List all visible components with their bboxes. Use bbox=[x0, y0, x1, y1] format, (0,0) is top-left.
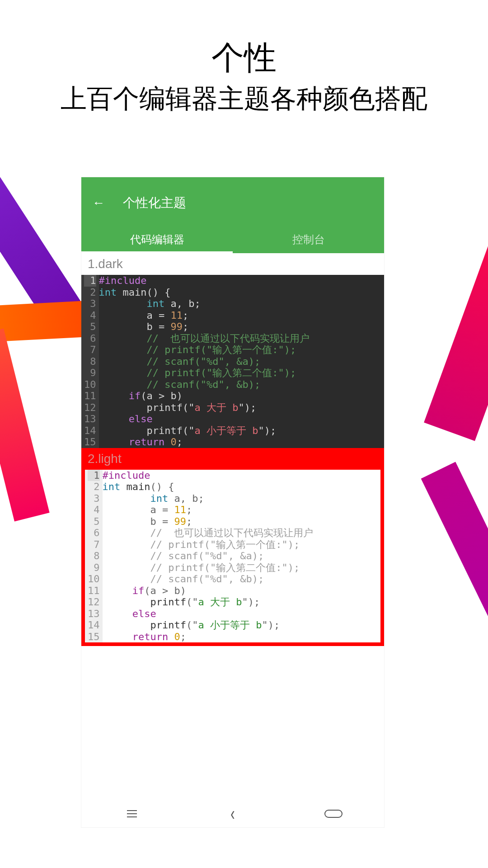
hero-subtitle: 上百个编辑器主题各种颜色搭配 bbox=[0, 81, 488, 117]
back-arrow-icon[interactable]: ← bbox=[92, 196, 105, 210]
gutter-dark: 123456789101112131415 bbox=[81, 275, 99, 448]
tab-code-editor[interactable]: 代码编辑器 bbox=[81, 228, 233, 253]
android-navbar: ‹ bbox=[81, 800, 384, 827]
phone-screenshot: ← 个性化主题 代码编辑器 控制台 1.dark 123456789101112… bbox=[81, 177, 384, 827]
nav-menu-button[interactable] bbox=[123, 805, 141, 823]
decoration-bar-magenta bbox=[421, 462, 488, 642]
theme-light-selected-frame: 123456789101112131415 #include int main(… bbox=[81, 470, 384, 646]
menu-icon bbox=[127, 810, 137, 817]
code-editor-dark[interactable]: 123456789101112131415 #include int main(… bbox=[81, 275, 384, 448]
tabs: 代码编辑器 控制台 bbox=[81, 228, 384, 253]
app-header: ← 个性化主题 bbox=[81, 177, 384, 228]
nav-back-button[interactable]: ‹ bbox=[224, 805, 242, 823]
hero-title: 个性 bbox=[0, 36, 488, 80]
gutter-light: 123456789101112131415 bbox=[85, 470, 103, 643]
theme-label-dark[interactable]: 1.dark bbox=[81, 253, 384, 275]
home-pill-icon bbox=[324, 810, 343, 818]
tab-console[interactable]: 控制台 bbox=[233, 228, 384, 253]
header-title: 个性化主题 bbox=[123, 194, 186, 212]
code-editor-light[interactable]: 123456789101112131415 #include int main(… bbox=[85, 470, 380, 643]
nav-home-button[interactable] bbox=[324, 805, 343, 823]
chevron-left-icon: ‹ bbox=[230, 803, 235, 825]
decoration-bar-pink bbox=[424, 210, 488, 441]
theme-label-light[interactable]: 2.light bbox=[81, 448, 384, 470]
code-light: #include int main() { int a, b; a = 11; … bbox=[103, 470, 381, 643]
code-dark: #include int main() { int a, b; a = 11; … bbox=[99, 275, 385, 448]
decoration-bar-red bbox=[0, 329, 50, 522]
